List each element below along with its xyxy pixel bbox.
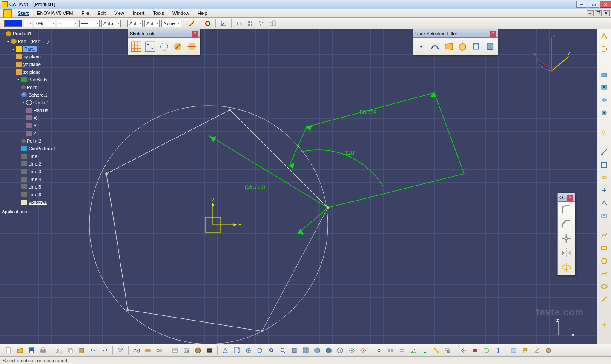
print-icon[interactable] (38, 345, 48, 355)
auto2-dropdown[interactable]: Aut (127, 20, 143, 27)
auto-constraint-icon[interactable] (599, 198, 610, 209)
corner-icon[interactable] (560, 203, 572, 215)
flag-note-icon[interactable] (520, 345, 531, 355)
pad-icon[interactable] (599, 69, 610, 80)
line-icon[interactable] (599, 294, 610, 305)
snap-to-point-icon[interactable] (145, 40, 155, 52)
project3d-icon[interactable] (560, 261, 572, 273)
measure-icon[interactable] (143, 345, 153, 355)
hole-icon[interactable] (599, 107, 610, 118)
menu-help[interactable]: Help (193, 9, 212, 17)
rectangle-icon[interactable] (599, 243, 610, 254)
mdi-restore-button[interactable]: ❐ (595, 10, 602, 16)
axis-icon[interactable] (599, 307, 610, 318)
mdi-close-button[interactable]: ✕ (603, 10, 610, 16)
mirror-icon[interactable] (235, 19, 244, 28)
scale-icon[interactable] (268, 19, 277, 28)
tree-applications[interactable]: Applications (1, 208, 90, 215)
cut-icon[interactable] (54, 345, 64, 355)
update-icon[interactable] (203, 19, 212, 28)
links-icon[interactable] (154, 345, 164, 355)
auto3-dropdown[interactable]: Aut (144, 20, 160, 27)
open-icon[interactable] (15, 345, 25, 355)
menu-insert[interactable]: Insert (129, 9, 149, 17)
contact-constraint-icon[interactable] (599, 172, 610, 183)
tree-point1[interactable]: Point.1 (1, 83, 90, 91)
pocket-icon[interactable] (599, 82, 610, 93)
graphics-viewport[interactable]: H V 58.779 (58.779) 120° (0, 29, 597, 344)
view-compass[interactable]: x y z (533, 33, 571, 72)
tree-root[interactable]: •Product1 (1, 30, 90, 37)
apply-material-icon[interactable] (543, 345, 554, 355)
feature-filter-icon[interactable] (471, 40, 481, 52)
explode-icon[interactable] (459, 345, 469, 355)
surface-filter-icon[interactable] (444, 40, 454, 52)
redo-icon[interactable] (100, 345, 110, 355)
body-filter-icon[interactable] (485, 40, 495, 52)
chamfer-icon[interactable] (560, 218, 572, 230)
tree-part-instance[interactable]: •Part1 (Part1.1) (1, 37, 90, 45)
dimension-angle[interactable]: 120° (345, 149, 356, 156)
window-maximize-button[interactable]: ▭ (588, 1, 599, 8)
catalog-icon[interactable] (170, 345, 180, 355)
volume-filter-icon[interactable] (457, 40, 468, 52)
shaft-icon[interactable] (599, 95, 610, 106)
lineweight-dropdown[interactable]: ━ (57, 20, 77, 27)
window-close-button[interactable]: ✕ (600, 1, 611, 8)
fly-icon[interactable] (220, 345, 230, 355)
grid-icon[interactable] (131, 40, 141, 52)
mdi-minimize-button[interactable]: ─ (587, 10, 594, 16)
swap-visible-icon[interactable] (358, 345, 368, 355)
tree-zx-plane[interactable]: zx plane (1, 68, 90, 76)
new-icon[interactable] (3, 345, 14, 355)
render-icon[interactable] (204, 345, 215, 355)
offset-icon[interactable] (397, 345, 407, 355)
color-dropdown[interactable] (24, 20, 32, 27)
quick-constraint-icon[interactable] (431, 345, 442, 355)
tree-radius[interactable]: Radius (1, 106, 90, 114)
specification-tree[interactable]: •Product1 •Part1 (Part1.1) •Part1 xy pla… (1, 30, 90, 215)
menu-start[interactable]: Start (14, 9, 33, 17)
construction-std-icon[interactable] (159, 40, 169, 52)
select-arrow-icon[interactable] (599, 127, 610, 138)
ellipse-icon[interactable] (599, 281, 610, 292)
coincidence-icon[interactable] (374, 345, 384, 355)
tree-part[interactable]: •Part1 (1, 45, 90, 53)
tree-point2[interactable]: Point.2 (1, 137, 90, 145)
dimensional-constraints-icon[interactable] (186, 40, 197, 52)
menu-file[interactable]: File (77, 9, 93, 17)
stop-manipulate-icon[interactable] (470, 345, 480, 355)
constraint-box-icon[interactable] (599, 159, 610, 170)
shading-icon[interactable] (324, 345, 334, 355)
user-pattern-icon[interactable] (257, 19, 266, 28)
tree-Z[interactable]: Z (1, 129, 90, 137)
user-selection-filter-toolbar[interactable]: User Selection Filter✕ (413, 29, 498, 55)
iso-view-icon[interactable] (312, 345, 322, 355)
angle-icon[interactable] (408, 345, 419, 355)
manipulate-icon[interactable] (493, 345, 503, 355)
tree-sphere1[interactable]: Sphere.1 (1, 91, 90, 99)
tree-sketch1[interactable]: Sketch.1 (1, 198, 90, 206)
tree-line2[interactable]: Line.2 (1, 160, 90, 168)
multi-view-icon[interactable] (301, 345, 311, 355)
curve-filter-icon[interactable] (430, 40, 440, 52)
menu-edit[interactable]: Edit (93, 9, 110, 17)
operation-toolbar[interactable]: O...✕ (557, 193, 575, 275)
tree-xy-plane[interactable]: xy plane (1, 53, 90, 60)
tree-line5[interactable]: Line.5 (1, 183, 90, 191)
window-minimize-button[interactable]: ─ (576, 1, 587, 8)
zoom-out-icon[interactable] (278, 345, 288, 355)
normal-view-icon[interactable] (289, 345, 299, 355)
tree-partbody[interactable]: •PartBody (1, 76, 90, 83)
none-dropdown[interactable]: None (161, 20, 181, 27)
dimension-length-2[interactable]: (58.779) (245, 183, 265, 190)
fit-all-icon[interactable] (232, 345, 242, 355)
smart-move-icon[interactable] (443, 345, 453, 355)
undo-icon[interactable] (88, 345, 98, 355)
copy-icon[interactable] (65, 345, 75, 355)
trim-icon[interactable] (560, 232, 572, 244)
dimension-length-1[interactable]: 58.779 (360, 109, 377, 115)
zoom-in-icon[interactable] (266, 345, 276, 355)
profile-icon[interactable] (599, 230, 610, 241)
whatsthis-icon[interactable]: ? (115, 345, 126, 355)
